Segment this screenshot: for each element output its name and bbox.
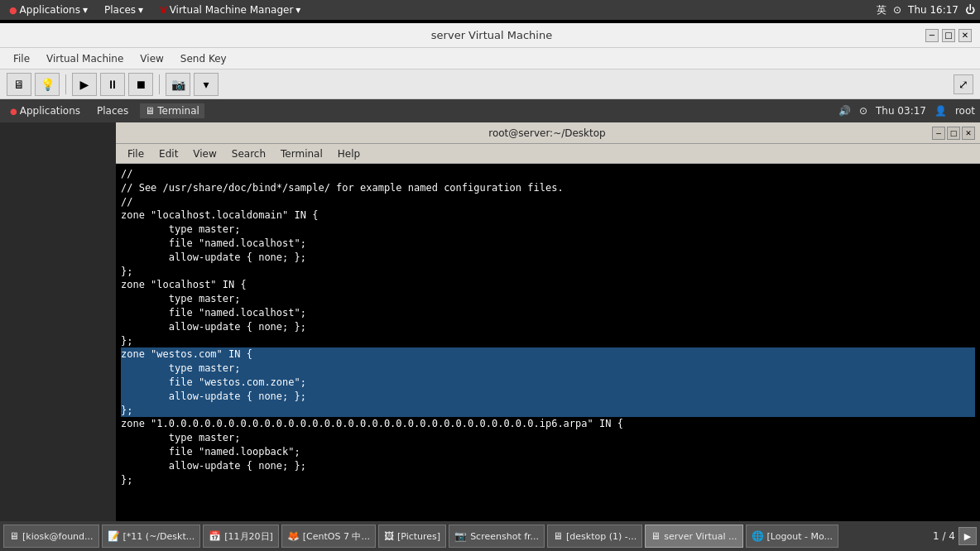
terminal-line: }; — [121, 334, 975, 348]
vm-menu-vm[interactable]: Virtual Machine — [40, 51, 130, 66]
terminal-menu-help[interactable]: Help — [331, 146, 367, 161]
toolbar-sep1 — [65, 74, 66, 94]
terminal-line: zone "localhost" IN { — [121, 278, 975, 292]
guest-user-icon: 👤 — [934, 105, 947, 117]
terminal-line: allow-update { none; }; — [121, 390, 975, 404]
terminal-line: // See /usr/share/doc/bind*/sample/ for … — [121, 181, 975, 195]
toolbar-pause-btn[interactable]: ⏸ — [100, 73, 125, 96]
guest-topbar-right: 🔊 ⊙ Thu 03:17 👤 root — [838, 105, 975, 117]
taskbar-item[interactable]: 🖥[kiosk@found... — [3, 525, 99, 548]
toolbar-dropdown-btn[interactable]: ▾ — [194, 73, 219, 96]
taskbar-item-label: [kiosk@found... — [22, 531, 94, 542]
terminal-tab-label: Terminal — [157, 105, 199, 117]
vm-manager-arrow: ▾ — [295, 4, 300, 16]
toolbar-stop-btn[interactable]: ⏹ — [128, 73, 153, 96]
vm-window-controls: − □ ✕ — [925, 29, 972, 42]
terminal-menu-terminal[interactable]: Terminal — [274, 146, 329, 161]
toolbar-snapshot-btn[interactable]: 📷 — [166, 73, 190, 96]
terminal-line: allow-update { none; }; — [121, 320, 975, 334]
taskbar-item[interactable]: 📝[*11 (~/Deskt... — [102, 525, 201, 548]
applications-arrow: ▾ — [83, 4, 88, 16]
terminal-close-btn[interactable]: ✕ — [962, 127, 975, 140]
places-label: Places — [104, 4, 136, 16]
terminal-minimize-btn[interactable]: − — [932, 127, 945, 140]
taskbar-item-label: [11月20日] — [224, 530, 273, 543]
guest-username: root — [955, 105, 975, 117]
taskbar-item[interactable]: 🦊[CentOS 7 中... — [281, 525, 376, 548]
taskbar-item-icon: 🖼 — [384, 530, 394, 542]
vm-minimize-button[interactable]: − — [925, 29, 939, 42]
guest-volume-icon[interactable]: 🔊 — [838, 105, 851, 117]
vm-close-button[interactable]: ✕ — [958, 29, 972, 42]
vm-manager-menu[interactable]: V Virtual Machine Manager ▾ — [156, 2, 305, 17]
terminal-line: zone "localhost.localdomain" IN { — [121, 208, 975, 223]
taskbar: 🖥[kiosk@found...📝[*11 (~/Deskt...📅[11月20… — [0, 521, 980, 551]
taskbar-item-icon: 🌐 — [752, 530, 764, 542]
taskbar-item-icon: 🖥 — [651, 530, 661, 542]
terminal-line: // — [121, 167, 975, 181]
vm-toolbar: 🖥 💡 ▶ ⏸ ⏹ 📷 ▾ ⤢ — [0, 69, 980, 99]
taskbar-item-label: [Pictures] — [397, 531, 440, 542]
terminal-line: file "westos.com.zone"; — [121, 376, 975, 390]
taskbar-item-icon: 📷 — [454, 530, 467, 542]
terminal-line: file "named.loopback"; — [121, 445, 975, 459]
terminal-line: file "named.localhost"; — [121, 306, 975, 320]
toolbar-fullscreen-btn[interactable]: ⤢ — [954, 74, 973, 94]
guest-terminal-tab[interactable]: 🖥 Terminal — [140, 103, 204, 118]
taskbar-item[interactable]: 🖼[Pictures] — [378, 525, 446, 548]
topbar-left: ● Applications ▾ Places ▾ V Virtual Mach… — [5, 2, 305, 17]
terminal-restore-btn[interactable]: □ — [947, 127, 960, 140]
toolbar-bulb-btn[interactable]: 💡 — [35, 73, 60, 96]
guest-os-area: ● Applications Places 🖥 Terminal 🔊 ⊙ Thu… — [0, 99, 980, 521]
taskbar-item-label: [Logout - Mo... — [767, 531, 833, 542]
vm-menu-sendkey[interactable]: Send Key — [174, 51, 233, 66]
terminal-line: type master; — [121, 223, 975, 237]
terminal-menu-search[interactable]: Search — [225, 146, 272, 161]
terminal-line: allow-update { none; }; — [121, 459, 975, 473]
taskbar-item[interactable]: 📷Screenshot fr... — [449, 525, 545, 548]
terminal-title: root@server:~/Desktop — [162, 127, 932, 139]
terminal-line: }; — [121, 265, 975, 279]
page-next-btn[interactable]: ▶ — [958, 527, 977, 545]
taskbar-item-label: server Virtual ... — [664, 531, 737, 542]
vm-window-title: server Virtual Machine — [58, 29, 925, 41]
clock: Thu 16:17 — [908, 4, 958, 16]
taskbar-item-label: [CentOS 7 中... — [303, 530, 370, 543]
guest-fedora-icon: ● — [10, 107, 17, 116]
vm-menu-view[interactable]: View — [133, 51, 170, 66]
toolbar-screen-btn[interactable]: 🖥 — [7, 73, 31, 96]
terminal-menu-view[interactable]: View — [186, 146, 223, 161]
taskbar-item[interactable]: 🖥[desktop (1) -... — [547, 525, 642, 548]
terminal-line: zone "westos.com" IN { — [121, 347, 975, 362]
taskbar-item[interactable]: 🖥server Virtual ... — [645, 525, 742, 548]
taskbar-item[interactable]: 🌐[Logout - Mo... — [746, 525, 838, 548]
guest-desktop-panel — [0, 122, 116, 521]
terminal-tab-icon: 🖥 — [145, 105, 155, 117]
terminal-menu-edit[interactable]: Edit — [152, 146, 185, 161]
taskbar-item-label: [desktop (1) -... — [566, 531, 637, 542]
guest-places-label: Places — [97, 105, 128, 117]
guest-applications-menu[interactable]: ● Applications — [5, 103, 85, 118]
vm-menubar: File Virtual Machine View Send Key — [0, 48, 980, 69]
places-menu[interactable]: Places ▾ — [100, 2, 147, 17]
guest-network-icon[interactable]: ⊙ — [859, 105, 867, 117]
taskbar-item[interactable]: 📅[11月20日] — [203, 525, 279, 548]
terminal-line: // — [121, 195, 975, 209]
terminal-line: zone "1.0.0.0.0.0.0.0.0.0.0.0.0.0.0.0.0.… — [121, 417, 975, 431]
terminal-line: type master; — [121, 362, 975, 376]
taskbar-item-icon: 🖥 — [553, 530, 563, 542]
applications-menu[interactable]: ● Applications ▾ — [5, 2, 92, 17]
terminal-menu-file[interactable]: File — [121, 146, 151, 161]
vm-menu-file[interactable]: File — [7, 51, 36, 66]
power-icon[interactable]: ⏻ — [965, 4, 975, 16]
applications-label: Applications — [20, 4, 80, 16]
taskbar-page-indicator: 1 / 4▶ — [933, 527, 977, 545]
guest-places-menu[interactable]: Places — [92, 103, 133, 118]
terminal-window: root@server:~/Desktop − □ ✕ File Edit Vi… — [116, 122, 980, 521]
vm-restore-button[interactable]: □ — [942, 29, 955, 42]
toolbar-play-btn[interactable]: ▶ — [72, 73, 97, 96]
terminal-content-area[interactable]: //// See /usr/share/doc/bind*/sample/ fo… — [116, 164, 980, 521]
taskbar-item-icon: 🖥 — [9, 530, 19, 542]
taskbar-item-icon: 🦊 — [287, 530, 300, 542]
terminal-line: file "named.localhost"; — [121, 237, 975, 251]
